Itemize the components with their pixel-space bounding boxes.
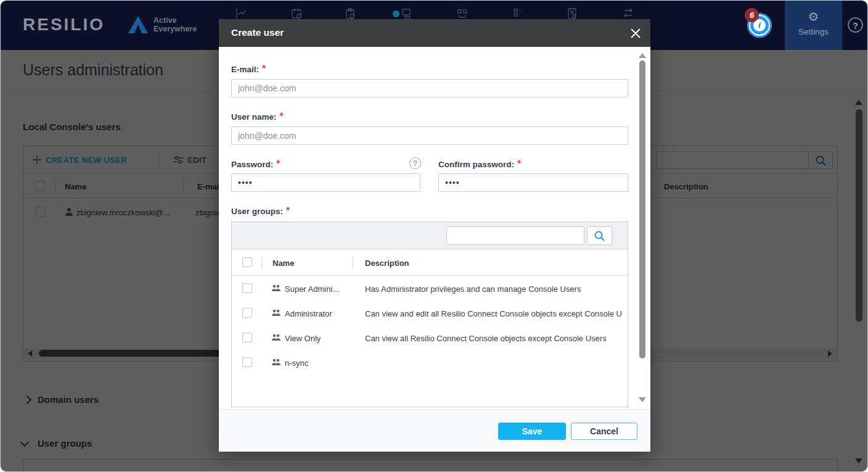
password-field[interactable] [231, 173, 420, 192]
group-row[interactable]: Administrator Can view and edit all Resi… [232, 300, 628, 325]
group-row[interactable]: View Only Can view all Resilio Connect C… [232, 325, 628, 350]
groups-column-name[interactable]: Name [272, 259, 294, 268]
group-row[interactable]: n-sync [232, 350, 628, 375]
job-runs-clipboard-icon[interactable] [343, 7, 357, 20]
nav-item-settings[interactable]: ⚙ Settings [785, 1, 842, 50]
modal-scroll-down-arrow[interactable] [639, 397, 646, 402]
gear-icon: ⚙ [785, 10, 842, 23]
groups-search-button[interactable] [587, 226, 612, 245]
required-mark: * [286, 205, 290, 216]
groups-column-description[interactable]: Description [365, 259, 409, 268]
group-checkbox[interactable] [242, 357, 252, 367]
password-label: Password: [231, 160, 273, 169]
group-users-icon [271, 334, 281, 342]
app-window: RESILIO Active Everywhere i 6 [0, 0, 868, 472]
save-button[interactable]: Save [498, 423, 566, 440]
confirm-label-row: Confirm password:* [438, 159, 521, 170]
user-groups-picker: Name Description Super Admini... Has Adm… [231, 222, 628, 407]
group-description: Can view all Resilio Connect Console obj… [365, 334, 607, 343]
notification-count-badge: 6 [745, 8, 759, 22]
email-label: E-mail: [231, 65, 259, 74]
active-everywhere-wordmark: Active Everywhere [154, 16, 197, 33]
groups-label-row: User groups:* [231, 205, 290, 217]
modal-footer: Save Cancel [219, 409, 650, 452]
group-name: Super Admini... [285, 284, 339, 294]
group-checkbox[interactable] [242, 308, 252, 318]
email-field[interactable] [231, 79, 628, 97]
username-label-row: User name:* [231, 111, 284, 122]
username-label: User name: [231, 112, 277, 122]
password-label-row: Password:* [231, 159, 280, 170]
resilio-logo: RESILIO [23, 15, 105, 35]
help-button[interactable]: ? [848, 17, 863, 33]
group-checkbox[interactable] [242, 283, 252, 293]
groups-icon[interactable] [456, 7, 469, 20]
modal-title: Create user [231, 27, 284, 38]
cancel-button[interactable]: Cancel [571, 423, 637, 440]
group-name: n-sync [285, 358, 308, 368]
active-everywhere-logo-icon [126, 14, 150, 35]
group-row[interactable]: Super Admini... Has Administrator privil… [232, 276, 628, 300]
groups-table-header: Name Description [232, 249, 628, 276]
reports-file-icon[interactable] [565, 7, 579, 20]
required-mark: * [517, 159, 521, 169]
column-separator [353, 257, 353, 268]
modal-header: Create user [219, 19, 650, 47]
agents-status-dot [393, 10, 399, 17]
groups-select-all-checkbox[interactable] [242, 257, 252, 267]
group-name: View Only [285, 334, 321, 343]
password-help-icon[interactable]: ? [409, 157, 421, 169]
groups-search-input[interactable] [446, 226, 584, 245]
modal-scroll-up-arrow[interactable] [639, 53, 646, 58]
group-checkbox[interactable] [242, 333, 252, 342]
group-description: Has Administrator privileges and can man… [365, 284, 581, 294]
confirm-password-label: Confirm password: [438, 160, 514, 169]
transfers-arrows-icon[interactable] [621, 7, 635, 20]
required-mark: * [276, 159, 280, 169]
modal-body: E-mail:* User name:* Password:* ? Confir… [219, 47, 650, 409]
user-groups-label: User groups: [231, 207, 283, 216]
confirm-password-field[interactable] [438, 173, 628, 192]
dashboard-chart-icon[interactable] [234, 7, 248, 20]
jobs-calendar-icon[interactable] [290, 7, 303, 20]
required-mark: * [262, 64, 266, 74]
agents-device-icon[interactable] [399, 7, 413, 20]
settings-label: Settings [785, 27, 842, 36]
search-icon [594, 230, 605, 242]
create-user-modal: Create user E-mail:* User name:* Passwor… [219, 19, 650, 452]
email-label-row: E-mail:* [231, 64, 266, 75]
activity-list-icon[interactable] [512, 7, 525, 20]
group-description: Can view and edit all Resilio Connect Co… [365, 309, 622, 318]
groups-toolbar [232, 222, 628, 249]
username-field[interactable] [231, 126, 628, 145]
group-users-icon [271, 284, 281, 292]
close-icon[interactable] [629, 27, 642, 39]
required-mark: * [280, 111, 284, 122]
group-name: Administrator [285, 309, 332, 318]
group-users-icon [271, 309, 281, 317]
column-separator [261, 257, 262, 268]
group-users-icon [271, 358, 281, 366]
modal-scroll-thumb[interactable] [639, 60, 645, 358]
